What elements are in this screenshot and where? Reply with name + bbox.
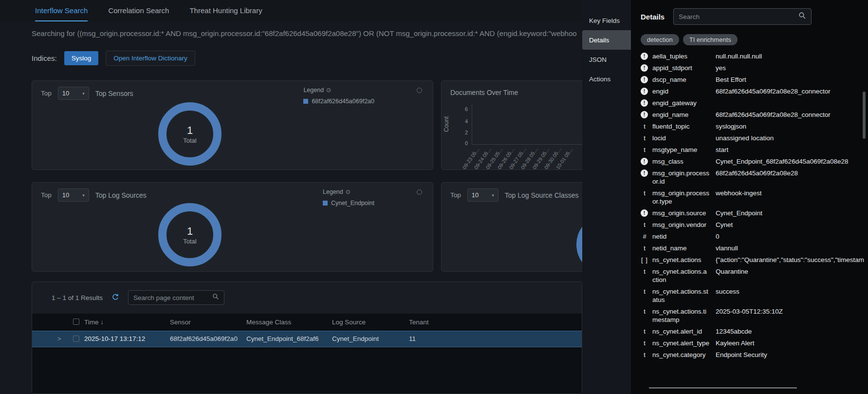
field-row[interactable]: !engid68f2af626d45a069f2a08e28_connector <box>641 85 864 97</box>
side-tab-actions[interactable]: Actions <box>582 69 631 89</box>
field-row[interactable]: !msg_origin.sourceCynet_Endpoint <box>641 207 864 219</box>
field-name: msg_class <box>652 157 710 166</box>
details-search-input[interactable] <box>679 13 794 20</box>
panel-title: Top Log Source Classes <box>505 191 579 199</box>
details-scrollbar[interactable] <box>863 92 866 139</box>
details-panel: Details detection TI enrichments !aella_… <box>631 0 868 394</box>
field-row[interactable]: !appid_stdportyes <box>641 62 864 74</box>
field-name: engid_gateway <box>652 99 710 107</box>
page-search-input[interactable] <box>133 294 208 301</box>
field-value: 0 <box>716 232 864 241</box>
tag-ti-enrichments[interactable]: TI enrichments <box>683 34 738 45</box>
refresh-button[interactable] <box>111 293 119 302</box>
open-interflow-dictionary-button[interactable]: Open Interflow Dictionary <box>106 51 195 66</box>
field-type-keyword-icon: ! <box>641 111 648 118</box>
field-type-keyword-icon: ! <box>641 169 648 177</box>
column-header-time[interactable]: Time ↓ <box>84 319 104 326</box>
field-value: Cynet_Endpoint_68f2af626d45a069f2a08e28 <box>716 157 864 166</box>
field-value: unassigned location <box>716 134 864 142</box>
field-row[interactable]: tmsgtype_namestart <box>641 144 864 155</box>
details-tags: detection TI enrichments <box>641 34 738 45</box>
legend-label: Legend <box>323 188 343 195</box>
panel-toggle-icon[interactable] <box>417 189 422 195</box>
field-type-keyword-icon: ! <box>641 99 648 107</box>
legend-circle-icon[interactable]: ⊙ <box>346 188 351 195</box>
page-search-box <box>128 290 224 305</box>
top-n-select[interactable]: 10 ▾ <box>58 188 89 202</box>
column-header-log-source[interactable]: Log Source <box>332 319 366 326</box>
field-row[interactable]: tns_cynet.alert_typeKayleen Alert <box>641 337 864 349</box>
field-type-text-icon: t <box>641 351 648 359</box>
y-axis-line <box>472 104 472 145</box>
field-row[interactable]: #netid0 <box>641 230 864 242</box>
table-row[interactable]: > 2025-10-17 13:17:12 68f2af626d45a069f2… <box>32 331 582 347</box>
field-row[interactable]: !msg_origin.processor.id68f2af626d45a069… <box>641 167 864 187</box>
column-header-message-class[interactable]: Message Class <box>246 319 291 326</box>
select-all-checkbox[interactable] <box>73 319 79 325</box>
search-icon <box>798 12 806 21</box>
app-root: Interflow Search Correlation Search Thre… <box>0 0 868 394</box>
panel-title: Documents Over Time <box>450 89 518 96</box>
cell-tenant: 11 <box>409 335 416 342</box>
top-n-select[interactable]: 10 ▾ <box>467 188 499 202</box>
field-name: fluentd_topic <box>652 122 710 131</box>
legend-item[interactable]: Cynet_Endpoint <box>323 200 374 206</box>
field-row[interactable]: [ ]ns_cynet.actions{"action":"Quarantine… <box>641 254 864 265</box>
donut-total-value: 1 <box>187 225 193 238</box>
field-row[interactable]: tnetid_namevlannull <box>641 242 864 254</box>
row-expand-icon[interactable]: > <box>57 335 61 342</box>
syslog-button[interactable]: Syslog <box>64 51 99 65</box>
field-row[interactable]: tfluentd_topicsyslogjson <box>641 120 864 132</box>
side-tab-key-fields[interactable]: Key Fields <box>582 11 631 30</box>
donut-total-value: 1 <box>187 124 193 137</box>
field-row[interactable]: tmsg_origin.processor.typewebhook-ingest <box>641 187 864 207</box>
tag-detection[interactable]: detection <box>641 34 679 45</box>
donut-total-label: Total <box>183 238 196 245</box>
field-row[interactable]: tns_cynet.categoryEndpoint Security <box>641 349 864 360</box>
field-value: vlannull <box>716 244 864 252</box>
field-type-text-icon: t <box>641 267 648 276</box>
panel-title: Top Sensors <box>95 90 133 97</box>
legend-circle-icon[interactable]: ⊙ <box>326 87 331 94</box>
tab-threat-hunting-library[interactable]: Threat Hunting Library <box>189 0 262 21</box>
legend-label: Legend <box>303 87 324 94</box>
field-name: ns_cynet.actions <box>652 256 710 264</box>
donut-total-label: Total <box>183 137 196 144</box>
side-tab-details[interactable]: Details <box>582 30 631 50</box>
field-value: 68f2af626d45a069f2a08e28_connector <box>716 87 864 95</box>
top-n-select[interactable]: 10 ▾ <box>58 87 89 100</box>
sensors-donut-chart: 1 Total <box>158 102 222 166</box>
field-value: null.null.null.null <box>716 52 864 60</box>
side-tab-json[interactable]: JSON <box>582 50 631 69</box>
tab-interflow-search[interactable]: Interflow Search <box>35 0 88 21</box>
column-header-tenant[interactable]: Tenant <box>409 319 429 326</box>
legend: Legend ⊙ 68f2af626d45a069f2a0 <box>303 87 374 105</box>
legend-item[interactable]: 68f2af626d45a069f2a0 <box>303 98 374 105</box>
tab-correlation-search[interactable]: Correlation Search <box>108 0 169 21</box>
top-n-value: 10 <box>62 90 69 97</box>
field-row[interactable]: tns_cynet.actions.actionQuarantine <box>641 265 864 285</box>
field-row[interactable]: !msg_classCynet_Endpoint_68f2af626d45a06… <box>641 155 864 167</box>
y-axis-label: Count <box>443 116 450 132</box>
row-checkbox[interactable] <box>73 336 79 342</box>
search-icon <box>212 293 219 302</box>
field-row[interactable]: !dscp_nameBest Effort <box>641 74 864 85</box>
field-row[interactable]: !engid_gateway <box>641 97 864 109</box>
field-type-keyword-icon: ! <box>641 64 648 72</box>
field-row[interactable]: tns_cynet.actions.statussuccess <box>641 285 864 305</box>
panel-toggle-icon[interactable] <box>417 88 422 93</box>
field-name: dscp_name <box>652 75 710 84</box>
cell-time: 2025-10-17 13:17:12 <box>84 335 145 342</box>
field-row[interactable]: tns_cynet.actions.timestamp2025-03-05T12… <box>641 305 864 325</box>
field-value: start <box>716 146 864 154</box>
field-row[interactable]: tmsg_origin.vendorCynet <box>641 219 864 230</box>
field-row[interactable]: !aella_tuplesnull.null.null.null <box>641 50 864 62</box>
indices-label: Indices: <box>32 54 57 62</box>
field-row[interactable]: tlocidunassigned location <box>641 132 864 144</box>
field-type-array-icon: [ ] <box>641 256 648 264</box>
column-header-sensor[interactable]: Sensor <box>170 319 191 326</box>
field-row[interactable]: tns_cynet.alert_id12345abcde <box>641 325 864 337</box>
field-row[interactable]: !engid_name68f2af626d45a069f2a08e28_conn… <box>641 109 864 120</box>
field-value: 2025-03-05T12:35:10Z <box>716 307 864 316</box>
main-area: Interflow Search Correlation Search Thre… <box>0 0 582 394</box>
